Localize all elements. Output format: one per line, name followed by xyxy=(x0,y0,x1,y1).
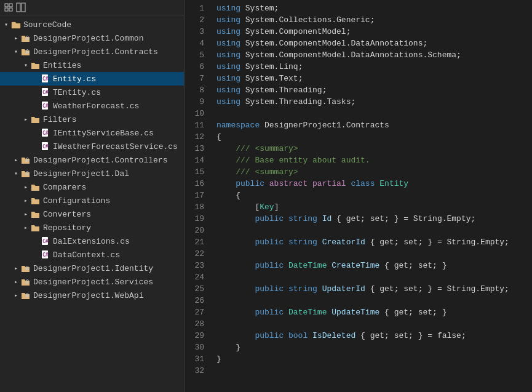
tree-item-sourceCode[interactable]: SourceCode xyxy=(0,18,184,31)
svg-rect-26 xyxy=(26,295,29,297)
folder-lock-icon-controllers xyxy=(21,155,31,165)
folder-lock-icon-identity xyxy=(21,263,31,273)
tree-label-webapi: DesignerProject1.WebApi xyxy=(33,291,184,300)
arrow-weatherforecast xyxy=(31,101,41,111)
tree-item-tentity-cs[interactable]: C# TEntity.cs xyxy=(0,86,184,99)
csharp-file-icon-ientityservicebase: C# xyxy=(41,128,50,138)
tree-label-repository: Repository xyxy=(43,223,184,233)
tree-label-contracts: DesignerProject1.Contracts xyxy=(33,47,184,57)
svg-text:C#: C# xyxy=(42,103,49,109)
tree-label-sourceCode: SourceCode xyxy=(23,20,184,30)
tree-label-datacontext-cs: DataContext.cs xyxy=(53,250,184,260)
csharp-file-icon-iweatherforecastservice: C# xyxy=(41,142,50,151)
tree-label-comparers: Comparers xyxy=(43,183,184,192)
tree-item-webapi[interactable]: DesignerProject1.WebApi xyxy=(0,289,184,302)
code-editor: 1234567891011121314151617181920212223242… xyxy=(185,0,532,392)
tree-label-entity-cs: Entity.cs xyxy=(53,74,184,84)
csharp-file-icon-datacontext: C# xyxy=(41,250,50,260)
tree-item-services[interactable]: DesignerProject1.Services xyxy=(0,275,184,289)
csharp-file-icon-tentity: C# xyxy=(41,87,50,97)
arrow-controllers xyxy=(11,155,21,165)
tree-item-configurations[interactable]: Configurations xyxy=(0,194,184,207)
tree-label-controllers: DesignerProject1.Controllers xyxy=(33,156,184,165)
folder-icon-entities xyxy=(31,60,41,70)
svg-rect-1 xyxy=(9,4,12,7)
svg-rect-6 xyxy=(26,38,29,40)
tree-label-iweatherforecastservice-cs: IWeatherForecastService.cs xyxy=(53,142,184,151)
folder-icon-converters xyxy=(31,209,41,219)
tree-item-common[interactable]: DesignerProject1.Common xyxy=(0,31,184,45)
tree-label-dalextensions-cs: DalExtensions.cs xyxy=(53,237,184,246)
arrow-webapi xyxy=(11,290,21,300)
arrow-repository xyxy=(21,223,31,233)
tree-item-ientityservicebase-cs[interactable]: C# IEntityServiceBase.cs xyxy=(0,126,184,140)
arrow-filters xyxy=(21,114,31,124)
tree-item-iweatherforecastservice-cs[interactable]: C# IWeatherForecastService.cs xyxy=(0,140,184,153)
tree-item-controllers[interactable]: DesignerProject1.Controllers xyxy=(0,153,184,167)
svg-rect-19 xyxy=(26,173,29,175)
svg-text:C#: C# xyxy=(42,239,49,244)
tree-item-weatherforecast-cs[interactable]: C# WeatherForecast.cs xyxy=(0,99,184,113)
tree-item-contracts[interactable]: DesignerProject1.Contracts xyxy=(0,45,184,58)
tree-item-comparers[interactable]: Comparers xyxy=(0,180,184,194)
csharp-file-icon-weatherforecast: C# xyxy=(41,101,50,111)
folder-lock-icon-contracts xyxy=(21,47,31,57)
arrow-entity xyxy=(31,74,41,84)
tree-label-converters: Converters xyxy=(43,210,184,219)
folder-lock-icon-common xyxy=(21,33,31,43)
tree-label-entities: Entities xyxy=(43,61,184,70)
csharp-file-icon-entity: C# xyxy=(41,74,50,84)
folder-lock-icon-webapi xyxy=(21,290,31,300)
arrow-tentity xyxy=(31,87,41,97)
tree-item-filters[interactable]: Filters xyxy=(0,113,184,126)
tree-item-dalextensions-cs[interactable]: C# DalExtensions.cs xyxy=(0,234,184,248)
svg-rect-0 xyxy=(5,4,8,7)
tree-label-common: DesignerProject1.Common xyxy=(33,34,184,43)
tree-item-dal[interactable]: DesignerProject1.Dal xyxy=(0,167,184,180)
svg-rect-3 xyxy=(9,8,12,11)
svg-rect-2 xyxy=(5,8,8,11)
arrow-contracts xyxy=(11,47,21,57)
arrow-entities xyxy=(21,60,31,70)
arrow-dal xyxy=(11,169,21,178)
tree-label-identity: DesignerProject1.Identity xyxy=(33,264,184,273)
code-content[interactable]: using System;using System.Collections.Ge… xyxy=(209,2,532,390)
csharp-file-icon-dalextensions: C# xyxy=(41,236,50,246)
svg-text:C#: C# xyxy=(42,76,49,82)
file-tree: SourceCode DesignerProject1.Common xyxy=(0,15,184,392)
tree-item-converters[interactable]: Converters xyxy=(0,207,184,221)
arrow-ientityservicebase xyxy=(31,128,41,138)
svg-rect-7 xyxy=(26,51,29,54)
svg-rect-5 xyxy=(22,3,25,12)
tree-item-entity-cs[interactable]: C# Entity.cs xyxy=(0,72,184,86)
svg-text:C#: C# xyxy=(42,90,49,95)
tree-label-dal: DesignerProject1.Dal xyxy=(33,169,184,178)
arrow-sourceCode xyxy=(1,20,11,30)
tree-item-identity[interactable]: DesignerProject1.Identity xyxy=(0,262,184,275)
svg-rect-18 xyxy=(26,159,29,162)
split-editor-icon[interactable] xyxy=(16,2,26,12)
tree-label-tentity-cs: TEntity.cs xyxy=(53,88,184,97)
folder-icon-repository xyxy=(31,223,41,233)
folder-icon-comparers xyxy=(31,182,41,192)
svg-text:C#: C# xyxy=(42,130,49,136)
tree-label-weatherforecast-cs: WeatherForecast.cs xyxy=(53,102,184,111)
tree-label-configurations: Configurations xyxy=(43,196,184,206)
svg-text:C#: C# xyxy=(42,144,49,150)
tree-item-repository[interactable]: Repository xyxy=(0,221,184,234)
arrow-iweatherforecastservice xyxy=(31,142,41,151)
arrow-dalextensions xyxy=(31,236,41,246)
sidebar-toolbar xyxy=(0,0,184,15)
arrow-converters xyxy=(21,209,31,219)
arrow-identity xyxy=(11,263,21,273)
tree-item-datacontext-cs[interactable]: C# DataContext.cs xyxy=(0,248,184,262)
tree-label-filters: Filters xyxy=(43,115,184,124)
svg-rect-24 xyxy=(26,268,29,270)
tree-item-entities[interactable]: Entities xyxy=(0,58,184,72)
tree-label-services: DesignerProject1.Services xyxy=(33,278,184,287)
collapse-all-icon[interactable] xyxy=(4,2,14,12)
code-area[interactable]: 1234567891011121314151617181920212223242… xyxy=(185,0,532,392)
arrow-datacontext xyxy=(31,250,41,260)
arrow-common xyxy=(11,33,21,43)
svg-rect-25 xyxy=(26,281,29,284)
